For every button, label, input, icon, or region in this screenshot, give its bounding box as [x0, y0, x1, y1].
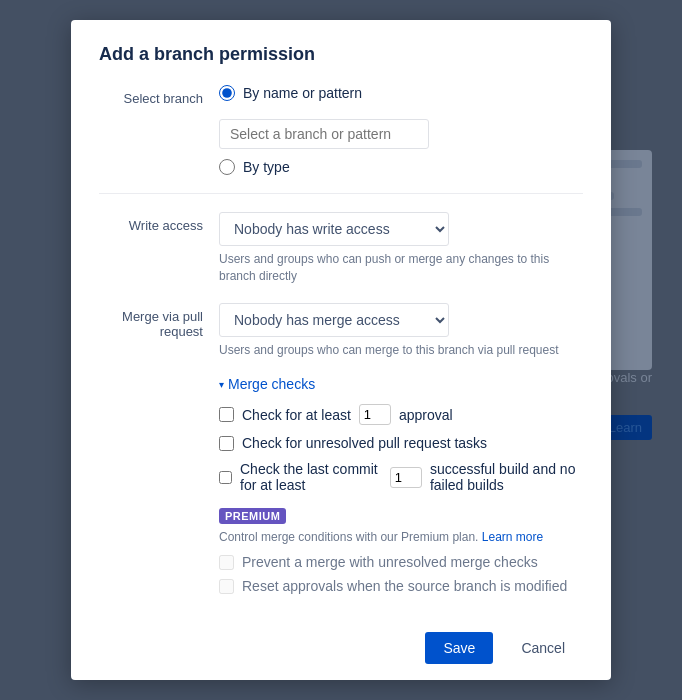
modal-title: Add a branch permission — [99, 44, 583, 65]
check3-checkbox[interactable] — [219, 470, 232, 485]
premium-check1-checkbox[interactable] — [219, 555, 234, 570]
check2-label: Check for unresolved pull request tasks — [242, 435, 487, 451]
radio-by-type[interactable]: By type — [219, 159, 583, 175]
premium-badge: PREMIUM — [219, 508, 286, 524]
premium-check2-checkbox[interactable] — [219, 579, 234, 594]
check-item-3: Check the last commit for at least succe… — [219, 461, 583, 493]
check1-suffix: approval — [399, 407, 453, 423]
check1-checkbox[interactable] — [219, 407, 234, 422]
premium-check2-label: Reset approvals when the source branch i… — [242, 578, 567, 594]
modal-dialog: Add a branch permission Select branch By… — [71, 20, 611, 680]
write-access-hint: Users and groups who can push or merge a… — [219, 251, 583, 285]
premium-learn-more-link[interactable]: Learn more — [482, 530, 543, 544]
modal-footer: Save Cancel — [99, 616, 583, 664]
radio-group: By name or pattern By type — [219, 85, 583, 175]
merge-access-control: Nobody has merge access Users and groups… — [219, 303, 583, 359]
premium-check-item-1: Prevent a merge with unresolved merge ch… — [219, 554, 583, 570]
chevron-down-icon: ▾ — [219, 379, 224, 390]
branch-input-wrap — [219, 119, 583, 149]
check-item-2: Check for unresolved pull request tasks — [219, 435, 583, 451]
premium-section: PREMIUM Control merge conditions with ou… — [219, 507, 583, 594]
write-access-row: Write access Nobody has write access Use… — [99, 212, 583, 285]
save-button[interactable]: Save — [425, 632, 493, 664]
merge-access-hint: Users and groups who can merge to this b… — [219, 342, 583, 359]
divider-1 — [99, 193, 583, 194]
check3-prefix: Check the last commit for at least — [240, 461, 382, 493]
merge-checks-toggle[interactable]: ▾ Merge checks — [219, 376, 583, 392]
select-branch-row: Select branch By name or pattern By type — [99, 85, 583, 175]
radio-by-name[interactable]: By name or pattern — [219, 85, 583, 101]
branch-input[interactable] — [219, 119, 429, 149]
check-item-1: Check for at least approval — [219, 404, 583, 425]
premium-check-item-2: Reset approvals when the source branch i… — [219, 578, 583, 594]
radio-by-type-label: By type — [243, 159, 290, 175]
check3-suffix: successful build and no failed builds — [430, 461, 583, 493]
premium-check1-label: Prevent a merge with unresolved merge ch… — [242, 554, 538, 570]
merge-access-row: Merge via pull request Nobody has merge … — [99, 303, 583, 359]
check3-number-input[interactable] — [390, 467, 422, 488]
cancel-button[interactable]: Cancel — [503, 632, 583, 664]
radio-by-type-input[interactable] — [219, 159, 235, 175]
check1-prefix: Check for at least — [242, 407, 351, 423]
radio-by-name-input[interactable] — [219, 85, 235, 101]
merge-checks-label: Merge checks — [228, 376, 315, 392]
check1-number-input[interactable] — [359, 404, 391, 425]
merge-checks-section: ▾ Merge checks Check for at least approv… — [219, 376, 583, 594]
check2-checkbox[interactable] — [219, 436, 234, 451]
branch-options: By name or pattern By type — [219, 85, 583, 175]
merge-access-label: Merge via pull request — [99, 303, 219, 339]
write-access-label: Write access — [99, 212, 219, 233]
write-access-control: Nobody has write access Users and groups… — [219, 212, 583, 285]
premium-description: Control merge conditions with our Premiu… — [219, 530, 478, 544]
premium-text: Control merge conditions with our Premiu… — [219, 530, 583, 544]
select-branch-label: Select branch — [99, 85, 219, 106]
write-access-select[interactable]: Nobody has write access — [219, 212, 449, 246]
radio-by-name-label: By name or pattern — [243, 85, 362, 101]
modal-overlay: Add a branch permission Select branch By… — [0, 0, 682, 700]
merge-access-select[interactable]: Nobody has merge access — [219, 303, 449, 337]
